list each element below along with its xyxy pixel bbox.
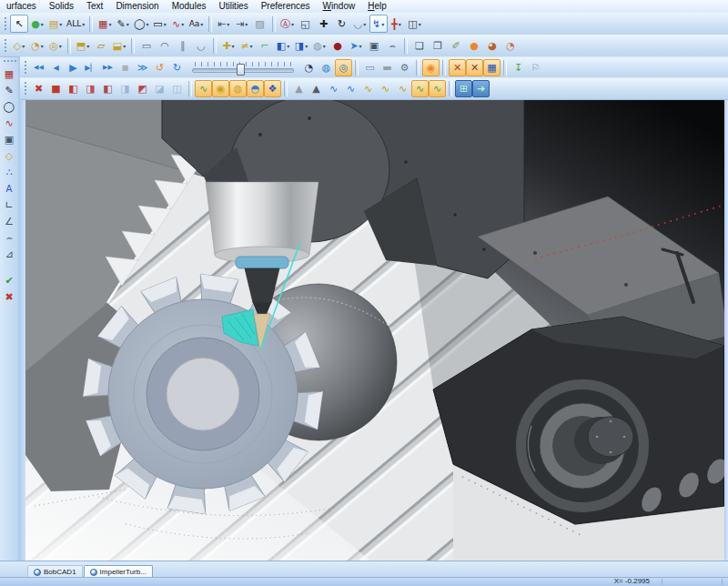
side-text-button[interactable]: A <box>2 181 17 197</box>
toolbar-grip[interactable] <box>24 81 28 96</box>
dropdown-arrow-icon[interactable]: ▾ <box>250 43 253 49</box>
dropdown-arrow-icon[interactable]: ▾ <box>305 43 308 49</box>
clean-sweep-button[interactable]: ✐ <box>447 36 465 55</box>
view-cube-back-button[interactable]: ◨ <box>82 80 99 97</box>
dropdown-arrow-icon[interactable]: ▾ <box>287 43 289 49</box>
view-cube-front-button[interactable]: ◧ <box>65 80 82 97</box>
group-shield-button[interactable]: ❐ <box>429 36 447 55</box>
sim-erase-button[interactable]: ▭ <box>361 59 379 76</box>
pin-toolbar-button[interactable]: ↧ <box>510 59 527 76</box>
menu-dimension[interactable]: Dimension <box>109 0 165 13</box>
pattern-post-button[interactable]: ➔ <box>472 80 490 97</box>
side-machine-button[interactable]: ▣ <box>2 132 17 147</box>
side-circle-button[interactable]: ◯ <box>2 99 17 115</box>
dropdown-arrow-icon[interactable]: ▾ <box>200 21 203 27</box>
path-blue-2-button[interactable]: ∿ <box>342 80 359 97</box>
side-spline-button[interactable]: ∿ <box>2 116 17 131</box>
rectangle-tool-button[interactable]: ▭▾ <box>151 15 169 33</box>
sim-play-button[interactable]: ▶ <box>65 59 82 76</box>
path-green-2-button[interactable]: ∿ <box>429 80 446 97</box>
zoom-window-button[interactable]: ◱ <box>297 15 315 33</box>
render-shaded-button[interactable]: ● <box>465 36 483 55</box>
toolpath-post-button[interactable]: ❖ <box>264 80 281 97</box>
dimension-vertical-button[interactable]: ⇥▾ <box>233 15 251 33</box>
dimension-horizontal-button[interactable]: ⇤▾ <box>215 15 233 33</box>
sim-compare-button[interactable]: ◉ <box>422 59 440 76</box>
text-tool-button[interactable]: Aa▾ <box>187 15 206 33</box>
dropdown-arrow-icon[interactable]: ▾ <box>323 43 326 49</box>
menu-preferences[interactable]: Preferences <box>255 0 317 13</box>
path-tool-3-button[interactable]: ∿ <box>394 80 411 97</box>
slider-thumb[interactable] <box>237 64 245 76</box>
machine-housing-button[interactable]: ▦ <box>483 59 500 76</box>
side-surface-button[interactable]: ◇ <box>2 148 17 164</box>
sim-loop-button[interactable]: ↺ <box>151 59 168 76</box>
view-cube-iso-button[interactable]: ■ <box>47 80 65 97</box>
toolpath-stock-button[interactable]: ◓ <box>247 80 264 97</box>
sim-step-forward-button[interactable]: ▶▏ <box>82 59 99 76</box>
dropdown-arrow-icon[interactable]: ▾ <box>41 43 44 49</box>
extend-corner-button[interactable]: ⌐ <box>256 36 274 55</box>
orbit-view-button[interactable]: ◡▾ <box>351 15 369 33</box>
solid-cube-button[interactable]: ◧▾ <box>274 36 292 55</box>
side-layer-button[interactable]: ▦ <box>2 66 17 82</box>
toolbar-grip[interactable] <box>24 60 28 76</box>
tool-cone-grey-button[interactable]: ▲ <box>308 80 325 97</box>
sim-clock-button[interactable]: ◔ <box>300 59 318 76</box>
dropdown-arrow-icon[interactable]: ▾ <box>381 21 384 27</box>
dropdown-arrow-icon[interactable]: ▾ <box>232 43 235 49</box>
menu-solids[interactable]: Solids <box>43 0 80 13</box>
pattern-add-button[interactable]: ⊞ <box>455 80 472 97</box>
dropdown-arrow-icon[interactable]: ▾ <box>419 21 421 27</box>
surface-trim-button[interactable]: ▱ <box>92 36 110 55</box>
sim-stock-button[interactable]: ▬ <box>379 59 396 76</box>
relation-arc-button[interactable]: ◠ <box>156 36 174 55</box>
sim-speed-slider[interactable] <box>190 60 296 76</box>
confirm-cancel-button[interactable]: ✖ <box>2 289 17 305</box>
pan-view-button[interactable]: ✚ <box>315 15 333 33</box>
dropdown-arrow-icon[interactable]: ▾ <box>363 21 366 27</box>
visibility-toggle-button[interactable]: ●▾ <box>28 15 46 33</box>
layer-manager-button[interactable]: ▦▾ <box>96 15 114 33</box>
dropdown-arrow-icon[interactable]: ▾ <box>86 43 89 49</box>
toolbar-grip[interactable] <box>4 38 8 54</box>
sim-step-back-button[interactable]: ◀ <box>47 59 65 76</box>
select-arrow-button[interactable]: ↖ <box>10 15 28 33</box>
toolpath-machine-button[interactable]: ◍ <box>229 80 247 97</box>
dropdown-arrow-icon[interactable]: ▾ <box>245 21 248 27</box>
tab-impellerturb[interactable]: ImpellerTurb... <box>84 565 153 578</box>
spline-tool-button[interactable]: ∿▾ <box>169 15 187 33</box>
collision-report-button[interactable]: ✕ <box>466 59 483 76</box>
sim-to-end-button[interactable]: ▶▶ <box>99 59 116 76</box>
surface-sweep-button[interactable]: ◎▾ <box>46 36 65 55</box>
blob-button[interactable]: ● <box>329 36 347 55</box>
dropdown-arrow-icon[interactable]: ▾ <box>359 43 362 49</box>
dropdown-arrow-icon[interactable]: ▾ <box>123 43 126 49</box>
sim-settings-button[interactable]: ⚙ <box>396 59 413 76</box>
solid-extract-button[interactable]: ⬓▾ <box>110 36 128 55</box>
trim-cross-button[interactable]: ✚▾ <box>219 36 238 55</box>
color-filter-button[interactable]: ▤▾ <box>46 15 65 33</box>
view-cube-iso2-button[interactable]: ◫ <box>168 80 186 97</box>
side-dim-radius-button[interactable]: ⌢ <box>2 230 17 246</box>
sim-refresh-button[interactable]: ↻ <box>168 59 186 76</box>
menu-urfaces[interactable]: urfaces <box>0 0 43 13</box>
side-dim-linear-button[interactable]: ∟ <box>2 197 17 213</box>
direction-arrow-button[interactable]: ➤▾ <box>347 36 365 55</box>
relation-rect-button[interactable]: ▭ <box>137 36 156 55</box>
sim-fast-forward-button[interactable]: ≫ <box>134 59 151 76</box>
dropdown-arrow-icon[interactable]: ▾ <box>147 21 149 27</box>
group-create-button[interactable]: ❏ <box>410 36 429 55</box>
side-dim-angular-button[interactable]: ∠ <box>2 214 17 229</box>
stretch-select-button[interactable]: ▣ <box>365 36 383 55</box>
sim-to-start-button[interactable]: ◀◀ <box>30 59 47 76</box>
menu-help[interactable]: Help <box>361 0 393 13</box>
toolbar-grip[interactable] <box>3 59 16 64</box>
viewport-3d[interactable] <box>25 98 724 561</box>
dropdown-arrow-icon[interactable]: ▾ <box>126 21 129 27</box>
path-blue-1-button[interactable]: ∿ <box>325 80 342 97</box>
sim-world-button[interactable]: ◍ <box>318 59 335 76</box>
toolpath-verify-button[interactable]: ◉ <box>212 80 229 97</box>
sim-stop-button[interactable]: ■ <box>116 59 134 76</box>
path-tool-1-button[interactable]: ∿ <box>359 80 377 97</box>
